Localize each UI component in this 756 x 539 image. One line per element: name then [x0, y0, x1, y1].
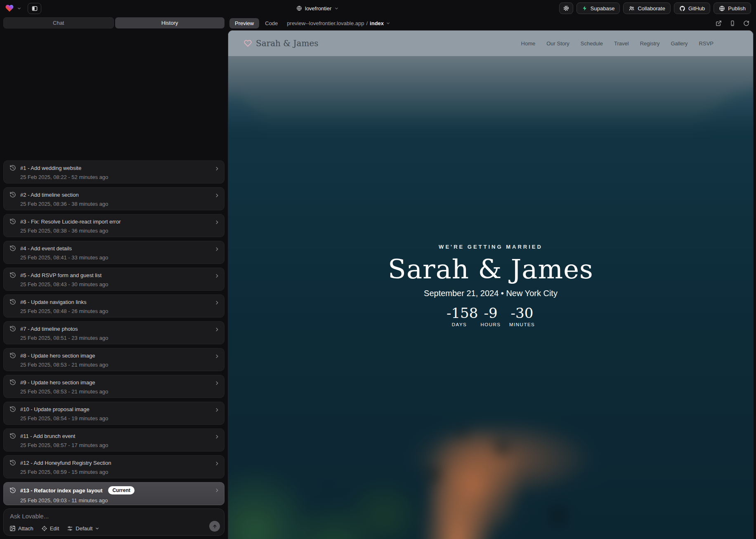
history-clock-icon: [9, 191, 16, 198]
publish-label: Publish: [728, 5, 746, 12]
tab-history[interactable]: History: [115, 17, 225, 28]
chevron-right-icon: [214, 219, 220, 225]
ask-lovable-input[interactable]: [10, 513, 206, 520]
history-clock-icon: [9, 165, 16, 171]
history-item[interactable]: #1 - Add wedding website Current 25 Feb …: [3, 160, 224, 184]
attach-image-icon: [9, 525, 16, 532]
history-item-timestamp: 25 Feb 2025, 08:54 - 19 minutes ago: [20, 415, 218, 421]
hero-title: Sarah & James: [228, 255, 753, 284]
hero-section: WE'RE GETTING MARRIED Sarah & James Sept…: [228, 56, 753, 539]
mobile-view-icon[interactable]: [730, 20, 735, 26]
history-item-timestamp: 25 Feb 2025, 08:53 - 21 minutes ago: [20, 388, 218, 395]
history-item[interactable]: #4 - Add event details Current 25 Feb 20…: [3, 241, 224, 264]
site-logo-text: Sarah & James: [256, 38, 319, 48]
site-nav-link[interactable]: Registry: [640, 40, 660, 47]
attach-button[interactable]: Attach: [9, 525, 33, 532]
history-item-title: #10 - Update proposal image: [20, 406, 90, 412]
sidebar-toggle-button[interactable]: [28, 3, 41, 14]
collaborate-users-icon: [628, 5, 635, 12]
send-button[interactable]: [209, 521, 220, 532]
history-item-title: #12 - Add Honeyfund Registry Section: [20, 460, 111, 466]
site-nav-link[interactable]: Our Story: [546, 40, 569, 47]
history-clock-icon: [9, 299, 16, 305]
hero-eyebrow: WE'RE GETTING MARRIED: [228, 244, 753, 250]
history-item[interactable]: #8 - Update hero section image Current 2…: [3, 348, 224, 371]
countdown-label: HOURS: [478, 322, 503, 327]
hero-content: WE'RE GETTING MARRIED Sarah & James Sept…: [228, 244, 753, 327]
project-switcher[interactable]: lovefrontier: [296, 5, 339, 12]
project-chevron-down-icon: [334, 6, 339, 11]
github-button[interactable]: GitHub: [674, 2, 710, 14]
mode-select[interactable]: Default: [67, 525, 99, 532]
history-item[interactable]: #6 - Update navigation links Current 25 …: [3, 294, 224, 318]
preview-url[interactable]: preview--lovefrontier.lovable.app / inde…: [287, 20, 390, 26]
site-nav-link[interactable]: RSVP: [699, 40, 713, 47]
history-item[interactable]: #13 - Refactor index page layout Current…: [3, 482, 224, 505]
url-page: index: [370, 20, 384, 26]
open-external-icon[interactable]: [716, 20, 722, 26]
mode-chevron-down-icon: [95, 526, 99, 531]
countdown-value: -30: [509, 305, 535, 321]
history-item[interactable]: #11 - Add brunch event Current 25 Feb 20…: [3, 428, 224, 452]
collaborate-label: Collaborate: [638, 5, 665, 12]
history-item-title: #4 - Add event details: [20, 245, 72, 252]
chevron-right-icon: [214, 434, 220, 440]
history-clock-icon: [9, 325, 16, 332]
countdown-value: -9: [478, 305, 503, 321]
countdown-label: MINUTES: [509, 322, 535, 327]
history-clock-icon: [9, 406, 16, 412]
github-label: GitHub: [688, 5, 705, 12]
countdown-label: DAYS: [447, 322, 472, 327]
tab-preview[interactable]: Preview: [229, 18, 259, 28]
history-item-timestamp: 25 Feb 2025, 08:41 - 33 minutes ago: [20, 254, 218, 261]
countdown-unit: -9 HOURS: [478, 305, 503, 327]
history-clock-icon: [9, 379, 16, 386]
chevron-right-icon: [214, 353, 220, 359]
supabase-bolt-icon: [582, 5, 588, 11]
site-logo[interactable]: Sarah & James: [244, 38, 319, 48]
history-item[interactable]: #7 - Add timeline photos Current 25 Feb …: [3, 321, 224, 344]
history-item[interactable]: #10 - Update proposal image Current 25 F…: [3, 402, 224, 425]
heart-outline-icon: [244, 40, 252, 47]
tab-chat[interactable]: Chat: [3, 17, 114, 28]
supabase-label: Supabase: [591, 5, 615, 12]
history-item-timestamp: 25 Feb 2025, 08:43 - 30 minutes ago: [20, 281, 218, 287]
site-nav-link[interactable]: Schedule: [581, 40, 603, 47]
globe-icon: [296, 5, 302, 11]
history-clock-icon: [9, 272, 16, 278]
site-nav-link[interactable]: Home: [521, 40, 536, 47]
history-item[interactable]: #5 - Add RSVP form and guest list Curren…: [3, 268, 224, 291]
history-item[interactable]: #12 - Add Honeyfund Registry Section Cur…: [3, 455, 224, 478]
chevron-right-icon: [214, 300, 220, 306]
edit-target-icon: [41, 525, 47, 532]
history-item-timestamp: 25 Feb 2025, 08:57 - 17 minutes ago: [20, 442, 218, 448]
history-clock-icon: [9, 245, 16, 252]
history-clock-icon: [9, 352, 16, 359]
history-item-timestamp: 25 Feb 2025, 08:36 - 38 minutes ago: [20, 201, 218, 207]
history-item-timestamp: 25 Feb 2025, 08:51 - 23 minutes ago: [20, 335, 218, 341]
collaborate-button[interactable]: Collaborate: [623, 2, 671, 14]
chevron-right-icon: [214, 487, 220, 493]
gear-icon: [563, 5, 569, 12]
lovable-logo-icon[interactable]: [5, 4, 14, 12]
site-nav-link[interactable]: Travel: [614, 40, 629, 47]
supabase-button[interactable]: Supabase: [576, 2, 620, 14]
history-clock-icon: [9, 459, 16, 466]
history-item[interactable]: #9 - Update hero section image Current 2…: [3, 375, 224, 398]
history-list: #1 - Add wedding website Current 25 Feb …: [3, 160, 224, 505]
workspace-chevron-down-icon[interactable]: [17, 6, 21, 11]
history-item-title: #5 - Add RSVP form and guest list: [20, 272, 102, 278]
site-nav-link[interactable]: Gallery: [671, 40, 687, 47]
history-item[interactable]: #2 - Add timeline section Current 25 Feb…: [3, 187, 224, 210]
publish-button[interactable]: Publish: [713, 2, 751, 14]
edit-button[interactable]: Edit: [41, 525, 59, 532]
site-preview: Sarah & James Home Our Story Schedule Tr…: [228, 30, 754, 539]
edit-label: Edit: [50, 525, 59, 532]
chat-history-panel: Chat History #1 - Add wedding website Cu…: [3, 17, 224, 539]
history-item[interactable]: #3 - Fix: Resolve Lucide-react import er…: [3, 214, 224, 237]
composer: Attach Edit Default: [3, 508, 224, 536]
settings-button[interactable]: [559, 2, 573, 14]
tab-code[interactable]: Code: [265, 20, 278, 26]
refresh-icon[interactable]: [743, 20, 749, 26]
history-item-timestamp: 25 Feb 2025, 08:38 - 36 minutes ago: [20, 228, 218, 234]
